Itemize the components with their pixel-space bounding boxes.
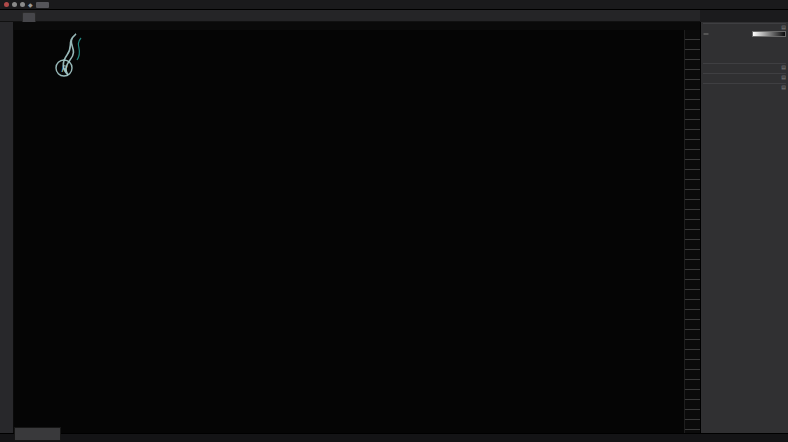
navigator-box[interactable]: [14, 427, 61, 441]
history-menu-icon[interactable]: ▤: [781, 64, 786, 70]
timeline-ruler[interactable]: [14, 22, 700, 30]
minimize-window-button[interactable]: [12, 2, 17, 7]
gradient-ramp-slider[interactable]: [752, 31, 786, 37]
history-section-header[interactable]: ▤: [703, 63, 786, 70]
layers-toolbar: [703, 422, 786, 431]
composite-view-button[interactable]: [703, 33, 709, 35]
channels-section-header[interactable]: ▤: [703, 73, 786, 80]
app-window: ◆ R: [0, 0, 788, 442]
canvas-wrap: R: [14, 22, 700, 433]
channels-menu-icon[interactable]: ▤: [781, 74, 786, 80]
canvas[interactable]: R: [14, 30, 684, 433]
layers-list: [703, 91, 786, 430]
layers-menu-icon[interactable]: ▤: [781, 84, 786, 90]
tool-strip: [0, 22, 14, 433]
vertical-ruler[interactable]: [684, 30, 700, 433]
document-icon: ◆: [28, 2, 33, 8]
canvas-bands: [14, 30, 684, 433]
right-panel: ▤ ▤: [700, 22, 788, 433]
close-window-button[interactable]: [4, 2, 9, 7]
title-bar: ◆: [0, 0, 788, 10]
tab-bar: [0, 10, 700, 22]
layers-section-header[interactable]: ▤: [703, 83, 786, 90]
titlebar-mode-button[interactable]: [36, 2, 49, 8]
status-bar: [0, 433, 788, 442]
zoom-window-button[interactable]: [20, 2, 25, 7]
tab-feedback-animation-clip[interactable]: [22, 12, 36, 22]
panel-menu-icon[interactable]: ▤: [781, 24, 786, 30]
display-section-header[interactable]: ▤: [703, 23, 786, 30]
